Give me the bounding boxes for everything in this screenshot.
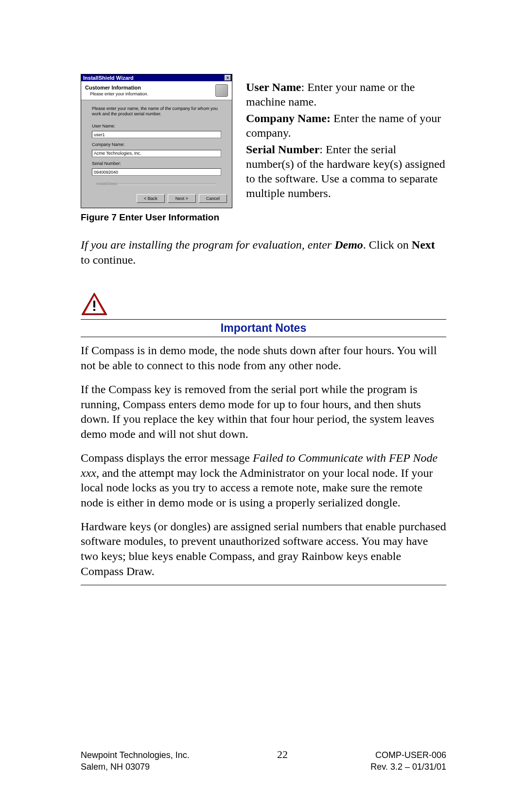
back-button[interactable]: < Back — [137, 194, 165, 203]
serial-number-description: Serial Number: Enter the serial number(s… — [246, 142, 446, 200]
note-paragraph-4: Hardware keys (or dongles) are assigned … — [81, 519, 446, 579]
company-name-label: Company Name: — [92, 142, 221, 147]
dialog-header: Customer Information Please enter your i… — [81, 81, 232, 100]
field-descriptions: User Name: Enter your name or the machin… — [246, 74, 446, 202]
important-notes-title: Important Notes — [221, 322, 306, 334]
dialog-prompt: Please enter your name, the name of the … — [92, 106, 221, 117]
installshield-wizard-dialog: InstallShield Wizard × Customer Informat… — [81, 74, 232, 208]
next-button[interactable]: Next > — [168, 194, 196, 203]
svg-rect-3 — [93, 309, 95, 311]
user-name-description: User Name: Enter your name or the machin… — [246, 80, 446, 109]
company-name-description: Company Name: Enter the name of your com… — [246, 111, 446, 140]
page-number: 22 — [277, 748, 288, 761]
serial-number-input[interactable] — [92, 168, 221, 176]
dialog-title-text: InstallShield Wizard — [83, 75, 134, 81]
page-content: InstallShield Wizard × Customer Informat… — [81, 74, 446, 585]
wizard-figure-column: InstallShield Wizard × Customer Informat… — [81, 74, 232, 223]
figure-and-description-row: InstallShield Wizard × Customer Informat… — [81, 74, 446, 223]
important-notes-title-row: Important Notes — [81, 319, 446, 337]
close-icon[interactable]: × — [225, 75, 231, 81]
user-name-label: User Name: — [92, 124, 221, 128]
svg-rect-2 — [93, 301, 95, 307]
note-paragraph-3: Compass displays the error message Faile… — [81, 451, 446, 510]
page-footer: Newpoint Technologies, Inc. 22 COMP-USER… — [81, 748, 446, 773]
note-paragraph-2: If the Compass key is removed from the s… — [81, 382, 446, 442]
serial-number-label: Serial Number: — [92, 161, 221, 166]
dialog-body: Please enter your name, the name of the … — [81, 100, 232, 190]
important-notes-end-rule — [81, 585, 446, 585]
important-notes-body: If Compass is in demo mode, the node shu… — [81, 343, 446, 578]
dialog-header-title: Customer Information — [85, 85, 148, 90]
user-name-input[interactable] — [92, 131, 221, 138]
note-paragraph-1: If Compass is in demo mode, the node shu… — [81, 343, 446, 373]
evaluation-note: If you are installing the program for ev… — [81, 237, 446, 268]
footer-revision: Rev. 3.2 – 01/31/01 — [370, 762, 446, 772]
installshield-brand: InstallShield — [95, 181, 119, 186]
installer-icon — [215, 84, 228, 97]
dialog-separator: InstallShield — [92, 181, 221, 186]
figure-caption: Figure 7 Enter User Information — [81, 212, 232, 223]
dialog-header-subtitle: Please enter your information. — [90, 91, 148, 96]
warning-icon — [81, 292, 108, 316]
dialog-header-text: Customer Information Please enter your i… — [85, 85, 148, 96]
footer-company: Newpoint Technologies, Inc. — [81, 750, 190, 760]
dialog-titlebar: InstallShield Wizard × — [81, 74, 232, 81]
company-name-input[interactable] — [92, 150, 221, 157]
footer-city: Salem, NH 03079 — [81, 762, 150, 772]
important-notes-section: Important Notes If Compass is in demo mo… — [81, 292, 446, 585]
dialog-button-row: < Back Next > Cancel — [81, 190, 232, 208]
cancel-button[interactable]: Cancel — [199, 194, 227, 203]
footer-doc-id: COMP-USER-006 — [375, 750, 446, 760]
